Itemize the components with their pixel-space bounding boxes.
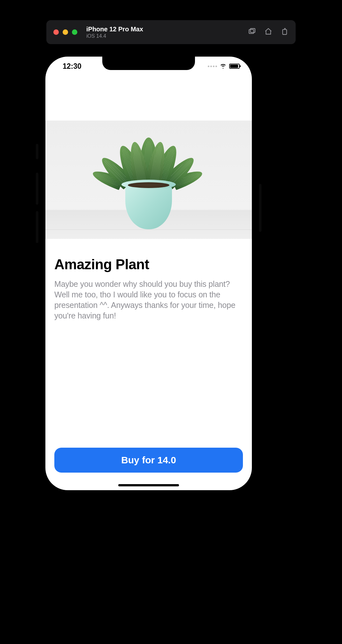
screenshot-icon[interactable] — [248, 27, 256, 37]
os-version: iOS 14.4 — [86, 33, 143, 39]
status-time: 12:30 — [63, 62, 82, 71]
phone-frame: 12:30 — [38, 50, 259, 497]
product-description: Maybe you wonder why should you buy this… — [54, 279, 243, 321]
home-icon[interactable] — [264, 27, 272, 37]
power-button[interactable] — [259, 184, 261, 232]
simulator-actions — [248, 27, 289, 37]
product-image — [45, 121, 252, 239]
plant-illustration — [113, 124, 184, 229]
device-name: iPhone 12 Pro Max — [86, 25, 143, 33]
svg-rect-1 — [250, 28, 255, 33]
product-title: Amazing Plant — [54, 256, 243, 272]
close-button[interactable] — [53, 29, 59, 35]
svg-rect-2 — [283, 29, 287, 35]
rotate-icon[interactable] — [281, 27, 289, 37]
simulator-title: iPhone 12 Pro Max iOS 14.4 — [86, 25, 143, 39]
phone-screen: 12:30 — [45, 57, 252, 490]
simulator-titlebar: iPhone 12 Pro Max iOS 14.4 — [46, 20, 296, 44]
battery-icon — [229, 64, 240, 69]
volume-up-button[interactable] — [36, 173, 38, 205]
silence-switch[interactable] — [36, 144, 38, 159]
home-indicator[interactable] — [118, 484, 179, 486]
minimize-button[interactable] — [63, 29, 68, 35]
svg-rect-0 — [249, 29, 254, 34]
app-content: Amazing Plant Maybe you wonder why shoul… — [45, 57, 252, 490]
product-details: Amazing Plant Maybe you wonder why shoul… — [45, 239, 252, 448]
window-controls — [53, 29, 77, 35]
zoom-button[interactable] — [72, 29, 77, 35]
wifi-icon — [220, 63, 227, 70]
buy-button-label: Buy for 14.0 — [121, 455, 176, 466]
cellular-icon — [208, 66, 217, 67]
status-indicators — [208, 63, 240, 70]
buy-button[interactable]: Buy for 14.0 — [54, 448, 243, 473]
volume-down-button[interactable] — [36, 211, 38, 243]
notch — [102, 57, 195, 70]
